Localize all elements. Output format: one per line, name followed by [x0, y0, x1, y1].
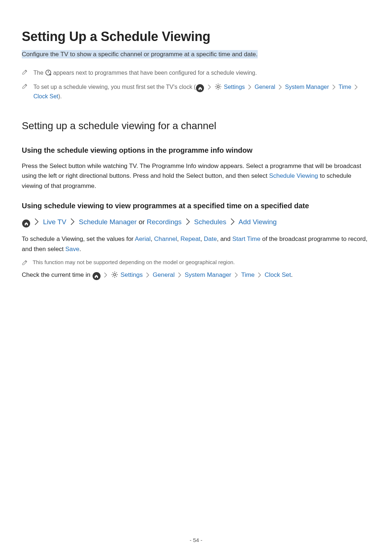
- gear-icon: [215, 83, 222, 90]
- link-add-viewing[interactable]: Add Viewing: [238, 218, 277, 226]
- menu-path: Live TV Schedule Manager or Recordings S…: [22, 217, 370, 228]
- link-schedule-viewing[interactable]: Schedule Viewing: [269, 172, 318, 179]
- chevron-right-icon: [34, 218, 39, 225]
- link-save[interactable]: Save: [65, 246, 79, 253]
- chevron-right-icon: [258, 272, 261, 278]
- body-paragraph: Check the current time in Settings Gener…: [22, 270, 370, 280]
- pencil-icon: [22, 260, 28, 266]
- link-live-tv[interactable]: Live TV: [43, 218, 66, 226]
- body-text: .: [291, 271, 293, 278]
- chevron-right-icon: [248, 85, 252, 90]
- note-text: ).: [58, 93, 62, 99]
- body-text: To schedule a Viewing, set the values fo…: [22, 235, 135, 242]
- pencil-icon: [22, 83, 28, 89]
- note-text: To set up a schedule viewing, you must f…: [33, 84, 196, 90]
- body-paragraph: Press the Select button while watching T…: [22, 161, 370, 191]
- link-repeat[interactable]: Repeat: [180, 235, 200, 242]
- link-time[interactable]: Time: [339, 84, 351, 90]
- note-item: The appears next to programmes that have…: [22, 69, 370, 78]
- link-start-time[interactable]: Start Time: [232, 235, 260, 242]
- chevron-right-icon: [146, 272, 150, 278]
- home-icon: [93, 272, 101, 280]
- link-system-manager[interactable]: System Manager: [185, 271, 232, 278]
- chevron-right-icon: [208, 85, 211, 90]
- body-paragraph: To schedule a Viewing, set the values fo…: [22, 234, 370, 254]
- note-item: To set up a schedule viewing, you must f…: [22, 83, 370, 101]
- link-clock-set[interactable]: Clock Set: [265, 271, 291, 278]
- link-settings[interactable]: Settings: [119, 271, 143, 278]
- chevron-right-icon: [278, 85, 282, 90]
- chevron-right-icon: [234, 272, 238, 278]
- link-schedules[interactable]: Schedules: [194, 218, 226, 226]
- note-text: The: [33, 70, 45, 76]
- link-time[interactable]: Time: [241, 271, 254, 278]
- page-subtitle: Configure the TV to show a specific chan…: [22, 50, 258, 58]
- body-text: , and: [217, 235, 232, 242]
- note-text: This function may not be supported depen…: [33, 259, 235, 265]
- chevron-right-icon: [186, 218, 190, 225]
- body-text: or: [137, 218, 147, 226]
- schedule-clock-icon: [45, 69, 52, 76]
- body-text: Check the current time in: [22, 271, 92, 278]
- chevron-right-icon: [70, 218, 75, 225]
- link-clock-set[interactable]: Clock Set: [33, 93, 58, 99]
- link-settings[interactable]: Settings: [222, 84, 245, 90]
- chevron-right-icon: [230, 218, 235, 225]
- page-number: - 54 -: [0, 537, 392, 543]
- note-text: appears next to programmes that have bee…: [52, 70, 257, 76]
- home-icon: [22, 219, 30, 227]
- chevron-right-icon: [354, 85, 358, 90]
- pencil-icon: [22, 69, 28, 75]
- link-aerial[interactable]: Aerial: [135, 235, 151, 242]
- link-schedule-manager[interactable]: Schedule Manager: [79, 218, 137, 226]
- link-general[interactable]: General: [153, 271, 175, 278]
- home-icon: [196, 84, 204, 92]
- chevron-right-icon: [104, 272, 107, 278]
- note-item: This function may not be supported depen…: [22, 259, 370, 266]
- chevron-right-icon: [178, 272, 181, 278]
- link-channel[interactable]: Channel: [154, 235, 177, 242]
- gear-icon: [111, 271, 118, 278]
- body-text: .: [79, 246, 81, 253]
- page-title: Setting Up a Schedule Viewing: [22, 29, 370, 44]
- subsection-heading: Using schedule viewing to view programme…: [22, 202, 370, 210]
- link-system-manager[interactable]: System Manager: [285, 84, 329, 90]
- link-general[interactable]: General: [254, 84, 275, 90]
- section-heading: Setting up a schedule viewing for a chan…: [22, 120, 370, 132]
- link-recordings[interactable]: Recordings: [147, 218, 181, 226]
- link-date[interactable]: Date: [204, 235, 217, 242]
- body-text: ,: [200, 235, 204, 242]
- chevron-right-icon: [332, 85, 336, 90]
- body-text: ,: [177, 235, 180, 242]
- subsection-heading: Using the schedule viewing options in th…: [22, 146, 370, 155]
